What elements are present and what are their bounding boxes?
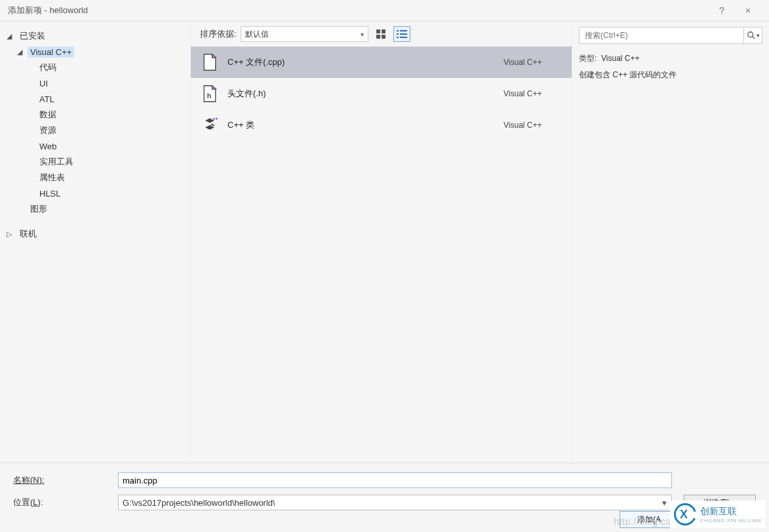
search-box[interactable]: ▾ [579,27,762,44]
template-category: Visual C++ [503,89,562,98]
chevron-right-icon: ▷ [7,230,17,238]
tree-child[interactable]: Web [3,138,187,154]
svg-rect-3 [400,33,407,35]
category-tree: ◢ 已安装 ◢ Visual C++ 代码 UI ATL 数据 资源 Web 实… [0,22,190,463]
detail-type: 类型: Visual C++ [579,53,762,64]
brand-logo-icon: X [674,503,696,525]
template-list: ++ C++ 文件(.cpp) Visual C++ h++ 头文件(.h) V… [191,47,572,463]
template-item-cpp-file[interactable]: ++ C++ 文件(.cpp) Visual C++ [191,47,572,78]
chevron-down-icon: ▾ [361,31,364,38]
tree-child[interactable]: HLSL [3,185,187,201]
tree-child[interactable]: 实用工具 [3,154,187,170]
svg-rect-1 [400,30,407,31]
svg-rect-2 [397,33,399,35]
view-list-button[interactable] [393,26,410,42]
tree-label: UI [37,78,50,89]
sort-dropdown[interactable]: 默认值 ▾ [241,26,368,42]
grid-icon [376,29,385,39]
tree-online[interactable]: ▷ 联机 [3,226,187,242]
cpp-class-icon: ++ [200,115,220,135]
tree-child[interactable]: UI [3,75,187,91]
tree-child[interactable]: 代码 [3,60,187,75]
search-input[interactable] [580,31,743,40]
tree-child[interactable]: 资源 [3,123,187,138]
location-combo[interactable]: G:\vs2017projects\helloworld\helloworld\… [118,495,672,510]
cpp-file-icon: ++ [200,52,220,72]
search-icon [747,31,756,40]
bottom-form: 名称(N): 位置(L): G:\vs2017projects\hellowor… [0,463,769,510]
tree-label: Visual C++ [28,47,74,58]
help-button[interactable]: ? [709,5,735,16]
template-category: Visual C++ [503,121,562,130]
svg-rect-4 [397,37,399,38]
location-value: G:\vs2017projects\helloworld\helloworld\ [123,498,275,508]
tree-label: ATL [37,94,57,105]
tree-label: 资源 [37,124,59,137]
search-button[interactable]: ▾ [743,28,762,43]
template-item-header-file[interactable]: h++ 头文件(.h) Visual C++ [191,78,572,109]
svg-text:++: ++ [212,55,217,60]
template-category: Visual C++ [503,58,562,67]
tree-child[interactable]: 数据 [3,107,187,123]
name-label: 名称(N): [13,474,118,486]
detail-description: 创建包含 C++ 源代码的文件 [579,69,762,81]
location-label: 位置(L): [13,497,118,508]
sort-value: 默认值 [245,29,269,40]
template-name: C++ 文件(.cpp) [227,56,503,68]
svg-rect-0 [397,30,399,31]
brand-sub: CHUANG XIN HU LIAN [700,518,761,523]
svg-text:++: ++ [212,117,218,121]
svg-text:h: h [207,92,211,100]
tree-label: 实用工具 [37,155,76,168]
chevron-down-icon: ▾ [757,32,760,39]
svg-rect-5 [400,37,407,38]
chevron-down-icon: ◢ [17,48,28,56]
name-input[interactable] [118,472,672,488]
tree-label: Web [37,141,60,152]
tree-installed[interactable]: ◢ 已安装 [3,28,187,44]
svg-text:++: ++ [212,86,217,91]
template-name: C++ 类 [227,119,503,131]
tree-label: HLSL [37,188,64,199]
template-item-cpp-class[interactable]: ++ C++ 类 Visual C++ [191,109,572,141]
tree-graphics[interactable]: 图形 [3,201,187,217]
header-file-icon: h++ [200,84,220,104]
tree-label: 数据 [37,108,59,121]
tree-visual-cpp[interactable]: ◢ Visual C++ [3,44,187,60]
tree-label: 图形 [28,202,50,216]
chevron-down-icon: ▾ [658,498,670,508]
titlebar: 添加新项 - helloworld ? × [0,0,769,21]
tree-label: 联机 [17,227,39,240]
tree-label: 已安装 [17,29,48,43]
chevron-down-icon: ◢ [7,32,17,41]
details-panel: ▾ 类型: Visual C++ 创建包含 C++ 源代码的文件 [572,22,769,463]
tree-label: 属性表 [37,171,68,184]
svg-point-10 [747,32,753,37]
brand-name: 创新互联 [700,506,761,518]
list-icon [397,29,407,39]
close-button[interactable]: × [735,5,761,16]
tree-label: 代码 [37,61,59,74]
window-title: 添加新项 - helloworld [8,5,88,16]
tree-child[interactable]: ATL [3,91,187,107]
view-grid-button[interactable] [372,26,389,42]
center-toolbar: 排序依据: 默认值 ▾ [191,22,572,47]
tree-child[interactable]: 属性表 [3,170,187,185]
sort-label: 排序依据: [200,28,237,40]
brand-badge: X 创新互联 CHUANG XIN HU LIAN [670,501,765,528]
svg-line-11 [752,37,755,39]
template-name: 头文件(.h) [227,88,503,100]
